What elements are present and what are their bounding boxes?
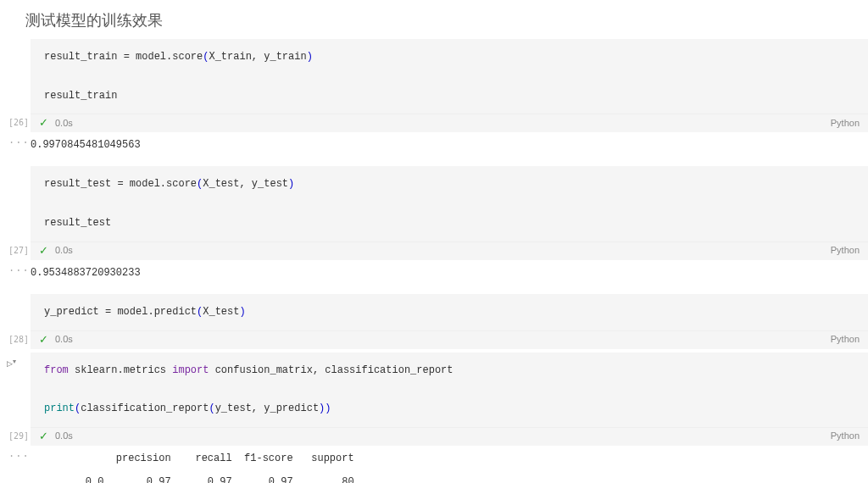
cell-status-bar: [26]✓0.0sPython <box>31 114 868 132</box>
output-options-icon[interactable]: ··· <box>8 265 30 277</box>
success-check-icon: ✓ <box>39 333 48 346</box>
code-editor[interactable]: result_train = model.score(X_train, y_tr… <box>31 39 868 114</box>
execution-count: [27] <box>0 246 29 255</box>
execution-time: 0.0s <box>55 118 73 128</box>
output-options-icon[interactable]: ··· <box>8 137 30 149</box>
cell-language-label[interactable]: Python <box>831 245 860 255</box>
notebook-cell[interactable]: y_predict = model.predict(X_test)[28]✓0.… <box>0 294 868 349</box>
cell-output: ···0.9970845481049563 <box>31 132 868 163</box>
cell-language-label[interactable]: Python <box>831 430 860 441</box>
success-check-icon: ✓ <box>39 116 48 129</box>
notebook-cell[interactable]: result_train = model.score(X_train, y_tr… <box>0 39 868 163</box>
execution-time: 0.0s <box>55 334 73 344</box>
notebook-cell[interactable]: result_test = model.score(X_test, y_test… <box>0 166 868 290</box>
code-editor[interactable]: y_predict = model.predict(X_test) <box>31 294 868 330</box>
output-options-icon[interactable]: ··· <box>8 451 30 463</box>
code-editor[interactable]: result_test = model.score(X_test, y_test… <box>31 166 868 241</box>
cell-status-bar: [27]✓0.0sPython <box>31 242 868 260</box>
success-check-icon: ✓ <box>39 430 48 442</box>
code-editor[interactable]: from sklearn.metrics import confusion_ma… <box>31 353 868 427</box>
execution-count: [28] <box>0 335 29 344</box>
cell-language-label[interactable]: Python <box>831 118 860 128</box>
execution-count: [29] <box>0 431 29 441</box>
cell-language-label[interactable]: Python <box>831 334 860 344</box>
success-check-icon: ✓ <box>39 244 48 257</box>
execution-count: [26] <box>0 118 29 127</box>
execution-time: 0.0s <box>55 430 73 441</box>
run-cell-button[interactable]: ▷▾ <box>7 358 24 371</box>
cell-status-bar: [28]✓0.0sPython <box>31 330 868 349</box>
execution-time: 0.0s <box>55 245 73 255</box>
notebook-cell[interactable]: ▷▾from sklearn.metrics import confusion_… <box>0 353 868 483</box>
cell-output: ··· precision recall f1-score support 0.… <box>31 446 868 483</box>
cell-output: ···0.9534883720930233 <box>31 260 868 291</box>
section-heading: 测试模型的训练效果 <box>0 0 868 39</box>
cell-status-bar: [29]✓0.0sPython <box>31 427 868 446</box>
